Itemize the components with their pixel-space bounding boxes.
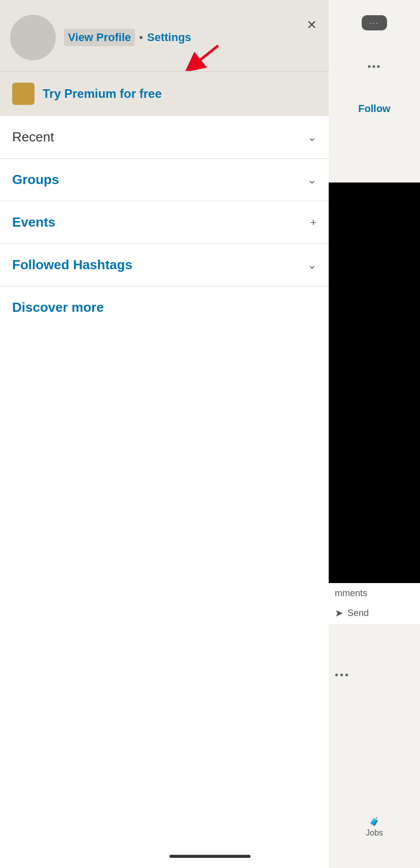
send-icon: ➤ xyxy=(335,607,343,619)
events-label: Events xyxy=(12,214,55,230)
more-options-icon: ••• xyxy=(367,61,381,73)
messaging-icon-area: ··· xyxy=(362,15,387,30)
header-links: View Profile • Settings xyxy=(64,29,191,46)
discover-more-label: Discover more xyxy=(12,300,104,315)
groups-label: Groups xyxy=(12,172,59,188)
hashtags-chevron-icon: ⌄ xyxy=(307,259,317,272)
annotation-arrow xyxy=(183,41,223,71)
briefcase-icon: 🧳 xyxy=(369,817,379,826)
events-plus-icon: + xyxy=(310,216,317,229)
send-label: Send xyxy=(347,608,369,619)
home-indicator xyxy=(169,855,251,858)
discover-more-item[interactable]: Discover more xyxy=(0,286,329,329)
send-row[interactable]: ➤ Send xyxy=(335,607,414,619)
more-dots-row: ••• xyxy=(329,664,420,686)
follow-button[interactable]: Follow xyxy=(358,103,390,115)
post-image xyxy=(329,183,420,583)
nav-item-events[interactable]: Events + xyxy=(0,201,329,244)
nav-item-followed-hashtags[interactable]: Followed Hashtags ⌄ xyxy=(0,244,329,286)
separator: • xyxy=(139,31,143,44)
close-button[interactable]: × xyxy=(305,14,319,34)
jobs-nav-item[interactable]: 🧳 Jobs xyxy=(329,817,420,838)
svg-line-1 xyxy=(193,46,218,66)
avatar xyxy=(10,15,56,60)
recent-label: Recent xyxy=(12,129,54,145)
view-profile-link[interactable]: View Profile xyxy=(64,29,135,46)
groups-chevron-icon: ⌄ xyxy=(307,173,317,187)
nav-section: Recent ⌄ Groups ⌄ Events + Followed Hash… xyxy=(0,116,329,868)
premium-banner[interactable]: Try Premium for free xyxy=(0,71,329,116)
nav-item-recent[interactable]: Recent ⌄ xyxy=(0,116,329,159)
side-drawer: View Profile • Settings × Try Premium fo… xyxy=(0,0,329,868)
header-left: View Profile • Settings xyxy=(10,15,191,60)
message-bubble-icon: ··· xyxy=(362,15,387,30)
nav-item-groups[interactable]: Groups ⌄ xyxy=(0,159,329,201)
post-interaction-area: mments ➤ Send xyxy=(329,583,420,624)
drawer-header: View Profile • Settings × xyxy=(0,0,329,71)
jobs-label: Jobs xyxy=(366,828,383,838)
recent-chevron-icon: ⌄ xyxy=(307,131,317,144)
comments-label: mments xyxy=(335,588,414,599)
followed-hashtags-label: Followed Hashtags xyxy=(12,257,132,273)
premium-label: Try Premium for free xyxy=(43,87,162,101)
premium-icon xyxy=(12,83,34,105)
